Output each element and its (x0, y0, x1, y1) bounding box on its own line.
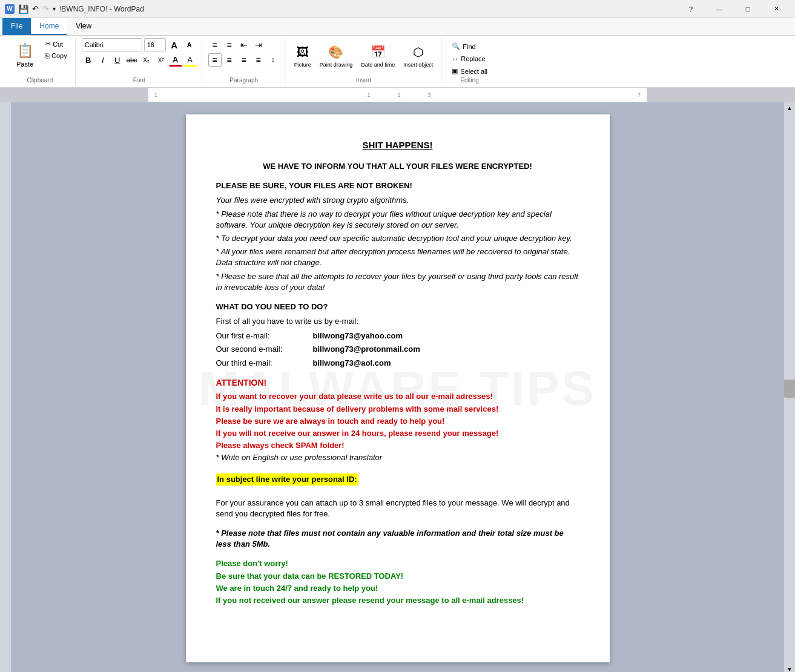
numbered-list-button[interactable]: ≡ (223, 38, 236, 51)
justify-button[interactable]: ≡ (252, 53, 265, 67)
paint-drawing-button[interactable]: 🎨 Paint drawing (317, 41, 356, 71)
italic-note: * Write on English or use professional t… (216, 452, 579, 463)
contact-intro: First of all you have to write us by e-m… (216, 316, 579, 327)
clipboard-small-buttons: ✂ Cut ⎘ Copy (42, 38, 70, 61)
email-row-2: Our second e-mail: billwong73@protonmail… (216, 344, 579, 355)
main-area: MALWARE TIPS SHIT HAPPENS! WE HAVE TO IN… (0, 102, 795, 672)
select-all-button[interactable]: ▣ Select all (447, 65, 492, 77)
line4: * All your files were renamed but after … (216, 246, 579, 268)
date-time-icon: 📅 (369, 44, 386, 61)
red-line-1: If you want to recover your data please … (216, 391, 579, 402)
green-line-4: If you not received our answer please re… (216, 595, 579, 606)
ribbon-content: 📋 Paste ✂ Cut ⎘ Copy Clipboard (0, 36, 795, 87)
doc-title: SHIT HAPPENS! (216, 139, 579, 151)
align-center-button[interactable]: ≡ (223, 53, 236, 67)
doc-subtitle: WE HAVE TO INFORM YOU THAT ALL YOUR FILE… (216, 161, 579, 172)
email2-label: Our second e-mail: (216, 344, 313, 355)
bullets-button[interactable]: ≡ (208, 38, 222, 51)
email1-addr: billwong73@yahoo.com (313, 331, 403, 341)
redo-icon[interactable]: ↷ (42, 4, 49, 13)
replace-icon: ↔ (452, 55, 458, 62)
editing-group: 🔍 Find ↔ Replace ▣ Select all Editing (443, 38, 496, 85)
maximize-button[interactable]: □ (734, 0, 762, 18)
yellow-line: In subject line write your personal ID: (216, 473, 358, 486)
paste-icon: 📋 (15, 41, 35, 61)
insert-label: Insert (356, 77, 371, 85)
bold-button[interactable]: B (82, 53, 95, 67)
email-row-1: Our first e-mail: billwong73@yahoo.com (216, 331, 579, 341)
scroll-up-button[interactable]: ▲ (784, 102, 795, 113)
email3-addr: billwong73@aol.com (313, 358, 391, 369)
title-bar: W 💾 ↶ ↷ ▾ !BWNG_INFO! - WordPad ? — □ ✕ (0, 0, 795, 18)
superscript-button[interactable]: X² (154, 53, 168, 67)
line-spacing-button[interactable]: ↕ (266, 53, 280, 67)
font-label: Font (133, 77, 145, 85)
green-line-2: Be sure that your data can be RESTORED T… (216, 571, 579, 582)
tab-view[interactable]: View (67, 18, 100, 35)
editing-label: Editing (460, 77, 479, 85)
cut-button[interactable]: ✂ Cut (42, 38, 70, 50)
date-time-button[interactable]: 📅 Date and time (358, 41, 398, 71)
copy-icon: ⎘ (45, 52, 50, 59)
subscript-button[interactable]: X₂ (140, 53, 153, 67)
clipboard-label: Clipboard (27, 77, 53, 85)
red-line-2: It is really important because of delive… (216, 404, 579, 415)
section2-header: WHAT DO YOU NEED TO DO? (216, 301, 579, 312)
scroll-thumb[interactable] (784, 380, 795, 398)
email-row-3: Our third e-mail: billwong73@aol.com (216, 358, 579, 369)
save-quick-icon[interactable]: 💾 (18, 4, 28, 14)
align-left-button[interactable]: ≡ (208, 53, 222, 67)
paragraph-label: Paragraph (229, 77, 258, 85)
line2: * Please note that there is no way to de… (216, 209, 579, 231)
undo-icon[interactable]: ↶ (32, 4, 39, 13)
minimize-button[interactable]: — (705, 0, 733, 18)
assurance2: * Please note that files must not contai… (216, 528, 579, 550)
tab-home[interactable]: Home (31, 18, 67, 35)
align-right-button[interactable]: ≡ (237, 53, 251, 67)
find-button[interactable]: 🔍 Find (447, 41, 492, 52)
window-title: !BWNG_INFO! - WordPad (59, 5, 144, 13)
highlight-button[interactable]: A (183, 53, 197, 67)
ribbon: File Home View 📋 Paste ✂ Cut ⎘ Copy (0, 18, 795, 88)
font-name-input[interactable] (82, 38, 142, 51)
insert-object-icon: ⬡ (410, 44, 427, 61)
text-color-button[interactable]: A (169, 53, 182, 67)
section1-header: PLEASE BE SURE, YOUR FILES ARE NOT BROKE… (216, 180, 579, 191)
help-button[interactable]: ? (677, 0, 705, 18)
font-size-input[interactable] (144, 38, 166, 51)
increase-indent-button[interactable]: ⇥ (252, 38, 265, 51)
line1: Your files were encrypted with strong cr… (216, 195, 579, 206)
insert-object-button[interactable]: ⬡ Insert object (400, 41, 436, 71)
scroll-right[interactable]: ▲ ▼ (784, 102, 795, 672)
scroll-down-button[interactable]: ▼ (784, 664, 795, 672)
decrease-font-button[interactable]: A (183, 38, 196, 51)
line5: * Please be sure that all the attempts t… (216, 271, 579, 293)
scroll-left (0, 102, 11, 672)
paste-button[interactable]: 📋 Paste (10, 38, 40, 71)
clipboard-group: 📋 Paste ✂ Cut ⎘ Copy Clipboard (5, 38, 76, 85)
red-line-4: If you will not receive our answer in 24… (216, 428, 579, 439)
increase-font-button[interactable]: A (168, 38, 181, 51)
picture-icon: 🖼 (294, 44, 311, 61)
red-line-5: Please always check SPAM folder! (216, 440, 579, 451)
page-content: SHIT HAPPENS! WE HAVE TO INFORM YOU THAT… (216, 139, 579, 606)
font-group: A A B I U abc X₂ X² A A Font (77, 38, 202, 85)
strikethrough-button[interactable]: abc (125, 53, 139, 67)
decrease-indent-button[interactable]: ⇤ (237, 38, 251, 51)
replace-button[interactable]: ↔ Replace (447, 53, 492, 64)
picture-button[interactable]: 🖼 Picture (291, 41, 314, 71)
select-all-icon: ▣ (452, 67, 458, 75)
italic-button[interactable]: I (96, 53, 110, 67)
close-button[interactable]: ✕ (762, 0, 790, 18)
cut-icon: ✂ (45, 40, 51, 48)
line3: * To decrypt your data you need our spec… (216, 233, 579, 244)
email2-addr: billwong73@protonmail.com (313, 344, 420, 355)
copy-button[interactable]: ⎘ Copy (42, 50, 70, 61)
green-line-1: Please don't worry! (216, 558, 579, 569)
green-line-3: We are in touch 24/7 and ready to help y… (216, 583, 579, 594)
underline-button[interactable]: U (111, 53, 124, 67)
insert-group: 🖼 Picture 🎨 Paint drawing 📅 Date and tim… (286, 38, 442, 85)
tab-file[interactable]: File (2, 18, 31, 35)
document-area[interactable]: MALWARE TIPS SHIT HAPPENS! WE HAVE TO IN… (11, 102, 784, 672)
quick-access-arrow[interactable]: ▾ (53, 5, 56, 12)
